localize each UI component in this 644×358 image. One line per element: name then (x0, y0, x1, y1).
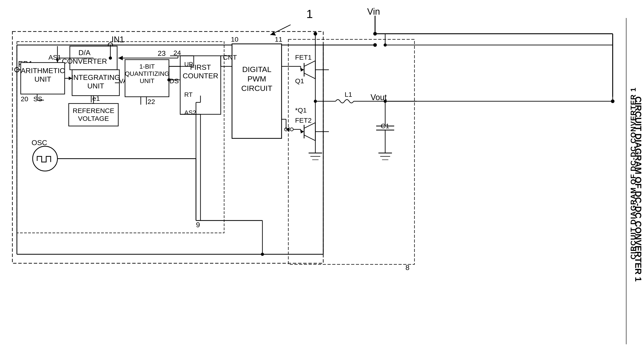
cnt-label: CNT (223, 54, 237, 61)
in1-label: IN1 (112, 35, 124, 44)
ref-voltage-label2: VOLTAGE (78, 115, 109, 122)
n23-label: 23 (158, 49, 166, 57)
first-counter-label2: COUNTER (183, 72, 218, 80)
ss-label: SS (33, 95, 42, 103)
page: 1 Vin IN1 FB1 D/A CONVERTER (0, 0, 644, 358)
q1star-label: *Q1 (295, 106, 307, 114)
quantitizing-label1: 1-BIT (140, 63, 155, 70)
q1-label: Q1 (295, 77, 304, 85)
l1-label: L1 (345, 91, 352, 98)
digital-pwm-label2: PWM (247, 74, 266, 83)
integrating-label1: INTEGRATING (72, 73, 120, 81)
fet2-label: FET2 (295, 117, 312, 124)
ref-voltage-label1: REFERENCE (72, 107, 114, 114)
arithmetic-label1: ARITHMETIC (21, 67, 65, 75)
digital-pwm-label1: DIGITAL (242, 65, 272, 74)
integrating-label2: UNIT (88, 82, 104, 90)
reference-number: 1 (306, 7, 313, 20)
quantitizing-label3: UNIT (140, 77, 154, 84)
as1-label: AS1 (48, 54, 61, 61)
n22-label: 22 (148, 98, 155, 105)
n8-label: 8 (406, 263, 410, 272)
svg-point-10 (373, 43, 377, 47)
da-converter-label: D/A (78, 49, 90, 57)
n24-label: 24 (174, 49, 181, 56)
svg-point-8 (373, 32, 377, 35)
svg-point-121 (384, 43, 387, 47)
svg-point-83 (314, 32, 317, 35)
svg-point-102 (109, 56, 112, 60)
first-counter-label1: FIRST (190, 63, 211, 71)
svg-point-124 (261, 253, 264, 256)
as2-label: AS2 (184, 109, 196, 116)
n20-label: 20 (21, 95, 28, 103)
rt-label: RT (184, 91, 192, 98)
n10-label: 10 (231, 35, 238, 43)
vin-label: Vin (367, 6, 380, 16)
ds-label: DS (170, 77, 179, 85)
fet1-label: FET1 (295, 54, 312, 61)
side-title-label: CIRCUIT DIAGRAM OF DC-DC CONVERTER 1 (626, 27, 640, 320)
n11-label: 11 (275, 35, 282, 43)
arithmetic-label2: UNIT (34, 75, 51, 83)
svg-point-87 (33, 146, 58, 171)
digital-pwm-label3: CIRCUIT (241, 84, 272, 92)
quantitizing-label2: QUANTITIZING (125, 70, 170, 77)
osc-label: OSC (32, 139, 47, 147)
n9-label: 9 (196, 221, 200, 229)
